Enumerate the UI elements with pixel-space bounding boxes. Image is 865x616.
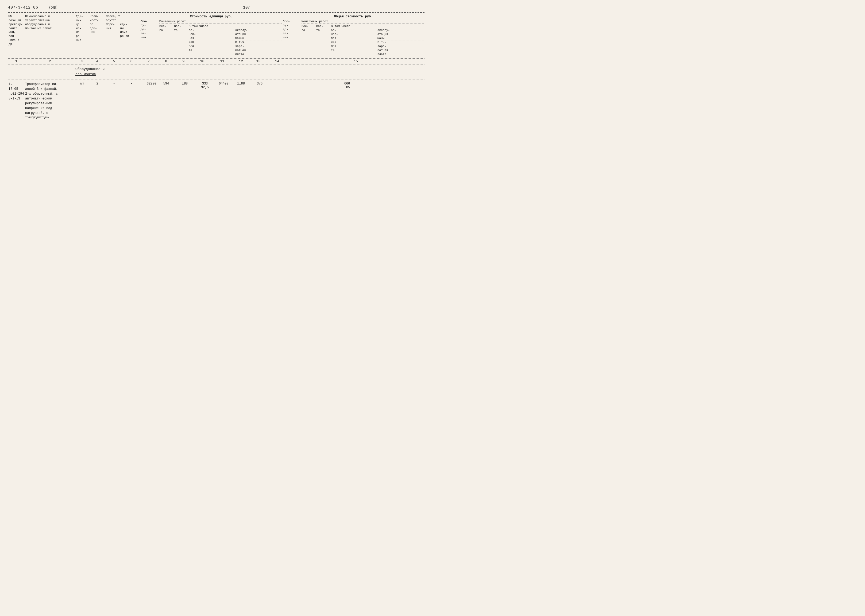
header-col1: №№ позиций прейску- ранта, УСН, пен- ник… bbox=[8, 14, 25, 57]
data-col6-equip: 32200 bbox=[140, 82, 157, 86]
data-col2-description: Трансформатор си- ловой 3-х фазный, 2-х … bbox=[25, 82, 75, 120]
header-col4: Коли- чест- во еди- ниц bbox=[89, 14, 105, 57]
data-row-1: 1. I5-05 п.01-I94 8-I-I3 Трансформатор с… bbox=[8, 80, 424, 121]
col-num-13: 13 bbox=[250, 59, 267, 63]
top-header: 407-3-412 86 (УШ) 107 bbox=[8, 5, 424, 9]
col-num-15: 15 bbox=[287, 59, 424, 63]
data-col6-zar: 64400 bbox=[215, 82, 232, 86]
col-num-6: 6 bbox=[123, 59, 140, 63]
col-num-8: 8 bbox=[157, 59, 175, 63]
page-number: 107 bbox=[243, 5, 250, 9]
data-col7-mont-all: 376 bbox=[250, 82, 270, 86]
col-num-3: 3 bbox=[75, 59, 89, 63]
col-num-4: 4 bbox=[89, 59, 105, 63]
header-col5: Масса, Т брутто Меpe- ния еди- ниц изме-… bbox=[105, 14, 140, 57]
data-col7-equip: 1I88 bbox=[232, 82, 250, 86]
data-col1-position: 1. I5-05 п.01-I94 8-I-I3 bbox=[8, 82, 25, 101]
top-dashed-border bbox=[8, 12, 424, 13]
data-col3-unit: мт bbox=[75, 82, 89, 86]
header-col3: Еди- ни- ца из- ме- ре- ния bbox=[75, 14, 89, 57]
doc-code: 407-3-412 86 bbox=[8, 5, 38, 9]
header-col6: Стоимость единицы руб. Обо- ру- до- ва- … bbox=[140, 14, 282, 57]
header-col7: Общая стоимость руб. Обо- ру- до- ва- ни… bbox=[282, 14, 424, 57]
header-col2: Наименование и характеристика оборудован… bbox=[25, 14, 75, 57]
col-num-7: 7 bbox=[140, 59, 157, 63]
data-col6-intom: 333 92,5 bbox=[195, 82, 215, 90]
col-num-11: 11 bbox=[212, 59, 232, 63]
section-label: Оборудование и его монтаж bbox=[75, 67, 105, 77]
col-num-14: 14 bbox=[267, 59, 287, 63]
column-numbers-row: 1 2 3 4 5 6 7 8 9 10 11 12 13 14 15 bbox=[8, 58, 424, 64]
col-num-2: 2 bbox=[25, 59, 75, 63]
table-header: №№ позиций прейску- ранта, УСН, пен- ник… bbox=[8, 14, 424, 58]
data-col5-net: - bbox=[123, 82, 140, 86]
col-num-1: 1 bbox=[8, 59, 25, 63]
page-container: 407-3-412 86 (УШ) 107 №№ позиций прейску… bbox=[8, 5, 424, 121]
col-num-10: 10 bbox=[192, 59, 212, 63]
doc-type: (УШ) bbox=[49, 5, 58, 9]
data-col6-mont-all: 594 bbox=[157, 82, 175, 86]
main-table: №№ позиций прейску- ранта, УСН, пен- ник… bbox=[8, 12, 424, 121]
section-label-row: Оборудование и его монтаж bbox=[8, 64, 424, 78]
col-num-12: 12 bbox=[232, 59, 250, 63]
col-num-5: 5 bbox=[105, 59, 123, 63]
data-col7-voe: 666 I85 bbox=[270, 82, 424, 90]
data-col4-qty: 2 bbox=[89, 82, 105, 86]
data-col6-voe: I88 bbox=[175, 82, 195, 86]
data-col5-gross: - bbox=[105, 82, 123, 86]
col-num-9: 9 bbox=[175, 59, 192, 63]
